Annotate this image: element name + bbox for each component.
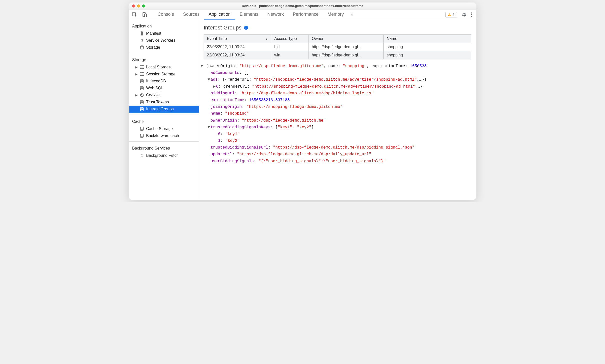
sidebar-group-cache: Cache (129, 117, 199, 125)
svg-rect-17 (140, 74, 142, 74)
ov-ownerorigin[interactable]: ▼ownerOrigin: "https://dsp-fledge-demo.g… (200, 117, 475, 124)
col-owner[interactable]: Owner (309, 35, 384, 43)
svg-rect-3 (449, 14, 450, 15)
tabs-overflow[interactable]: » (348, 9, 356, 20)
sidebar-item-local-storage[interactable]: ▶ Local Storage (129, 64, 199, 71)
db-icon (140, 45, 144, 49)
ov-updateurl[interactable]: ▼updateUrl: "https://dsp-fledge-demo.gli… (200, 151, 475, 158)
db-icon (140, 107, 144, 111)
db-icon (140, 100, 144, 104)
svg-point-21 (140, 79, 143, 80)
ov-header[interactable]: ▼ {ownerOrigin: "https://dsp-fledge-demo… (200, 63, 475, 70)
sidebar-item-service-workers[interactable]: ▶ Service Workers (129, 37, 199, 44)
svg-point-22 (140, 86, 143, 87)
disclosure-triangle-icon[interactable]: ▼ (207, 76, 211, 83)
col-access-type[interactable]: Access Type (271, 35, 309, 43)
tab-sources[interactable]: Sources (179, 9, 204, 20)
sidebar-item-bfcache[interactable]: ▶ Back/forward cach (129, 132, 199, 139)
svg-rect-32 (141, 157, 143, 157)
devtools-toolbar: Console Sources Application Elements Net… (129, 9, 476, 20)
ov-tbsurl[interactable]: ▼trustedBiddingSignalsUrl: "https://dsp-… (200, 144, 475, 151)
svg-rect-10 (142, 65, 144, 66)
tab-network[interactable]: Network (263, 9, 288, 20)
file-icon (140, 31, 144, 35)
tab-application[interactable]: Application (204, 9, 235, 20)
ov-ads-0[interactable]: ▶0: {renderUrl: "https://shopping-fledge… (200, 83, 475, 90)
devtools-window: DevTools - publisher-fledge-demo.glitch.… (129, 2, 476, 200)
sidebar-item-trust-tokens[interactable]: ▶ Trust Tokens (129, 99, 199, 106)
col-event-time[interactable]: Event Time▲ (204, 35, 271, 43)
gear-icon (140, 38, 144, 42)
device-toggle-icon[interactable] (142, 12, 147, 17)
db-icon (140, 127, 144, 131)
svg-point-25 (142, 94, 143, 95)
events-table: Event Time▲ Access Type Owner Name 22/03… (204, 34, 471, 59)
db-icon (140, 134, 144, 138)
more-icon[interactable] (471, 12, 472, 17)
tab-memory[interactable]: Memory (323, 9, 348, 20)
sidebar-item-bg-fetch[interactable]: ▶ Background Fetch (129, 152, 199, 159)
ov-expiration[interactable]: ▼expirationTime: 1650538216.837188 (200, 97, 475, 104)
upload-icon (140, 154, 144, 158)
svg-rect-15 (140, 72, 142, 73)
ov-tbskeys-1[interactable]: 1: "key2" (200, 138, 475, 144)
tab-console[interactable]: Console (153, 9, 179, 20)
svg-point-29 (140, 107, 143, 108)
settings-icon[interactable] (461, 12, 466, 17)
svg-point-30 (140, 127, 143, 128)
svg-point-26 (141, 95, 142, 96)
sidebar-item-indexeddb[interactable]: ▶ IndexedDB (129, 78, 199, 85)
application-sidebar: Application ▶ Manifest ▶ Service Workers… (129, 20, 199, 200)
info-icon[interactable]: i (244, 26, 248, 30)
svg-point-28 (140, 100, 143, 101)
disclosure-triangle-icon[interactable]: ▼ (207, 124, 211, 131)
ov-ads[interactable]: ▼ads: [{renderUrl: "https://shopping-fle… (200, 76, 475, 83)
sort-asc-icon: ▲ (265, 37, 268, 40)
disclosure-triangle-icon[interactable]: ▼ (200, 63, 204, 70)
db-icon (140, 79, 144, 83)
window-controls (129, 4, 145, 7)
table-row[interactable]: 22/03/2022, 11:03:24 win https://dsp-fle… (204, 51, 471, 59)
svg-rect-2 (145, 14, 146, 17)
ov-name[interactable]: ▼name: "shopping" (200, 110, 475, 117)
table-row[interactable]: 22/03/2022, 11:03:24 bid https://dsp-fle… (204, 43, 471, 51)
sidebar-item-interest-groups[interactable]: ▶ Interest Groups (129, 106, 199, 113)
sidebar-item-manifest[interactable]: ▶ Manifest (129, 30, 199, 37)
minimize-window-button[interactable] (137, 4, 140, 7)
svg-rect-20 (142, 75, 144, 76)
issues-badge[interactable]: 1 (445, 12, 457, 17)
sidebar-item-session-storage[interactable]: ▶ Session Storage (129, 71, 199, 78)
ov-tbskeys-0[interactable]: 0: "key1" (200, 131, 475, 138)
cookie-icon (140, 93, 144, 97)
svg-rect-16 (142, 72, 144, 73)
sidebar-item-cache-storage[interactable]: ▶ Cache Storage (129, 125, 199, 132)
svg-rect-12 (142, 67, 144, 67)
sidebar-item-cookies[interactable]: ▶ Cookies (129, 92, 199, 99)
devtools-tabs: Console Sources Application Elements Net… (153, 9, 356, 20)
sidebar-group-storage: Storage (129, 55, 199, 64)
sidebar-item-websql[interactable]: ▶ Web SQL (129, 85, 199, 92)
titlebar: DevTools - publisher-fledge-demo.glitch.… (129, 2, 476, 9)
svg-point-6 (471, 14, 472, 15)
panel-title: Interest Groups (204, 24, 242, 31)
tab-elements[interactable]: Elements (235, 9, 263, 20)
ov-tbskeys[interactable]: ▼trustedBiddingSignalsKeys: ["key1", "ke… (200, 124, 475, 131)
window-title: DevTools - publisher-fledge-demo.glitch.… (129, 4, 476, 8)
svg-rect-11 (140, 67, 142, 67)
svg-rect-14 (142, 68, 144, 69)
svg-rect-19 (140, 75, 142, 76)
svg-point-31 (140, 134, 143, 135)
ov-userbiddingsignals[interactable]: ▼userBiddingSignals: "{\"user_bidding_si… (200, 158, 475, 165)
ov-biddingurl[interactable]: ▼biddingUrl: "https://dsp-fledge-demo.gl… (200, 90, 475, 97)
ov-joiningorigin[interactable]: ▼joiningOrigin: "https://shopping-fledge… (200, 104, 475, 110)
fullscreen-window-button[interactable] (142, 4, 145, 7)
grid-icon (140, 72, 144, 76)
tab-performance[interactable]: Performance (288, 9, 323, 20)
inspect-icon[interactable] (132, 12, 137, 17)
col-name[interactable]: Name (384, 35, 471, 43)
disclosure-triangle-icon[interactable]: ▶ (213, 83, 216, 90)
warning-icon (448, 13, 451, 16)
close-window-button[interactable] (132, 4, 135, 7)
sidebar-item-storage[interactable]: ▶ Storage (129, 44, 199, 51)
ov-adcomponents[interactable]: ▼adComponents: [] (200, 70, 475, 76)
